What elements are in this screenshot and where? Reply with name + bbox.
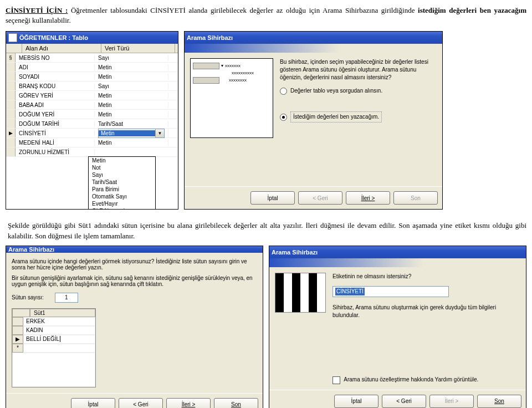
preview-value: xxxxxxxx [229, 78, 247, 83]
field-name[interactable]: GÖREV YERİ [16, 93, 95, 99]
dropdown-option[interactable]: Tarih/Saat [89, 178, 155, 186]
dropdown-option[interactable]: Evet/Hayır [89, 200, 155, 207]
field-type-active[interactable]: Metin ▼ [95, 129, 168, 138]
next-button[interactable]: İleri > [166, 398, 211, 408]
wizard-intro-text: Bu sihirbaz, içinden seçim yapabileceğin… [280, 58, 437, 81]
next-button[interactable]: İleri > [429, 395, 474, 408]
radio-icon-checked[interactable] [280, 114, 287, 121]
dropdown-option[interactable]: OLE Nesnesi [89, 207, 155, 209]
option-type-values[interactable]: İstediğim değerleri ben yazacağım. [280, 111, 437, 123]
dropdown-option[interactable]: Not [89, 164, 155, 171]
cancel-button[interactable]: İptal [334, 395, 378, 408]
cancel-button[interactable]: İptal [71, 398, 115, 408]
cancel-button[interactable]: İptal [250, 191, 295, 205]
chevron-down-icon: ▾ [221, 63, 223, 68]
wizard-label-window: Arama Sihirbazı Etiketinin ne olmasını i… [269, 246, 526, 408]
grid-cell[interactable]: KADIN [23, 326, 95, 335]
table-row[interactable]: DOĞUM TARİHİTarih/Saat [6, 119, 178, 129]
field-name[interactable]: BRANŞ KODU [16, 83, 95, 89]
wizard-title: Arama Sihirbazı [187, 34, 233, 41]
wizard-titlebar: Arama Sihirbazı [185, 32, 442, 44]
table-grid: Alan Adı Veri Türü §MEBSİS NOSayı ADIMet… [6, 44, 178, 209]
preview-value: xxxxxxx [225, 63, 241, 68]
label-input[interactable]: CİNSİYETİ [332, 286, 449, 297]
table-row[interactable]: MEDENİ HALİMetin [6, 138, 178, 147]
table-row[interactable]: ADIMetin [6, 63, 178, 72]
active-type-value: Metin [99, 130, 155, 136]
field-name[interactable]: SOYADI [16, 74, 95, 80]
field-name-active[interactable]: CİNSİYETİ [16, 130, 95, 136]
field-type[interactable]: Metin [95, 140, 168, 146]
current-row-marker-icon: ▶ [12, 335, 23, 344]
grid-cell[interactable]: ERKEK [23, 317, 95, 326]
finish-button[interactable]: Son [214, 398, 258, 408]
table-titlebar: ÖĞRETMENLER : Tablo [6, 32, 178, 44]
option-from-table[interactable]: Değerler tablo veya sorgudan alınsın. [280, 87, 437, 95]
table-row[interactable]: BABA ADIMetin [6, 100, 178, 110]
help-checkbox[interactable] [332, 376, 340, 384]
back-button[interactable]: < Geri [119, 398, 163, 408]
wizard2-text2: Bir sütunun genişliğini ayarlamak için, … [12, 275, 257, 287]
header-alan-adi[interactable]: Alan Adı [22, 44, 101, 53]
wizard-header-bar [185, 44, 442, 53]
wizard-header-bar [269, 258, 526, 267]
grid-column-header[interactable]: Süt1 [30, 309, 95, 317]
table-row[interactable]: GÖREV YERİMetin [6, 91, 178, 100]
wizard-titlebar: Arama Sihirbazı [269, 246, 526, 258]
grid-cell-editing[interactable]: BELLİ DEĞİL [23, 335, 95, 344]
dropdown-option[interactable]: Metin [89, 157, 155, 164]
field-type[interactable]: Tarih/Saat [95, 121, 168, 127]
table-row[interactable]: BRANŞ KODUSayı [6, 81, 178, 91]
field-name[interactable]: BABA ADI [16, 102, 95, 108]
table-row-active[interactable]: ▶ CİNSİYETİ Metin ▼ [6, 129, 178, 138]
wizard-title: Arama Sihirbazı [272, 249, 318, 256]
back-button[interactable]: < Geri [298, 191, 342, 205]
finish-button[interactable]: Son [393, 191, 438, 205]
para1-bold: istediğim değerleri ben yazacağım [418, 6, 526, 14]
radio-icon[interactable] [280, 88, 287, 95]
option-label: Değerler tablo veya sorgudan alınsın. [290, 87, 382, 95]
table-row[interactable]: ZORUNLU HİZMETİ [6, 147, 178, 157]
field-type[interactable]: Metin [95, 93, 168, 99]
wizard-title: Arama Sihirbazı [8, 246, 54, 253]
type-dropdown-list[interactable]: Metin Not Sayı Tarih/Saat Para Birimi Ot… [88, 156, 156, 209]
field-type[interactable]: Metin [95, 102, 168, 108]
field-type[interactable]: Sayı [95, 55, 168, 61]
option-label-selected: İstediğim değerleri ben yazacağım. [290, 111, 382, 123]
field-type[interactable]: Metin [95, 111, 168, 118]
new-row-marker-icon: * [12, 344, 23, 353]
back-button[interactable]: < Geri [382, 395, 426, 408]
para1-tail: seçeneği kullanılabilir. [6, 16, 71, 24]
field-type[interactable]: Metin [95, 74, 168, 80]
para1-rest: Öğretmenler tablosundaki CİNSİYETİ aland… [71, 6, 418, 14]
dropdown-option[interactable]: Para Birimi [89, 186, 155, 193]
dropdown-option[interactable]: Otomatik Sayı [89, 193, 155, 200]
field-name[interactable]: DOĞUM TARİHİ [16, 121, 95, 127]
values-grid[interactable]: Süt1 ERKEK KADIN ▶BELLİ DEĞİL * [12, 308, 96, 387]
field-type[interactable]: Metin [95, 64, 168, 70]
column-count-label: Sütun sayısı: [12, 294, 44, 300]
field-name[interactable]: DOĞUM YERİ [16, 111, 95, 118]
finish-button[interactable]: Son [477, 395, 521, 408]
column-count-input[interactable]: 1 [55, 293, 78, 303]
table-row[interactable]: SOYADIMetin [6, 72, 178, 81]
field-name[interactable]: ZORUNLU HİZMETİ [16, 149, 95, 155]
grid-cell-new[interactable] [23, 344, 95, 353]
wizard-column-values-window: Arama Sihirbazı Arama sütunu içinde hang… [6, 246, 263, 408]
current-row-marker-icon: ▶ [6, 129, 16, 137]
wizard2-text1: Arama sütunu içinde hangi değerleri görm… [12, 258, 257, 271]
wizard3-question: Etiketinin ne olmasını istersiniz? [332, 273, 520, 280]
next-button[interactable]: İleri > [346, 191, 390, 205]
para2-text: Şekilde görüldüğü gibi Süt1 adındaki süt… [6, 221, 526, 241]
table-icon [8, 33, 17, 42]
table-row[interactable]: §MEBSİS NOSayı [6, 53, 178, 63]
field-name[interactable]: MEDENİ HALİ [16, 140, 95, 146]
table-row[interactable]: DOĞUM YERİMetin [6, 110, 178, 119]
field-name[interactable]: ADI [16, 64, 95, 70]
wizard-titlebar: Arama Sihirbazı [6, 246, 263, 253]
type-dropdown-button[interactable]: ▼ [155, 129, 164, 137]
header-veri-turu[interactable]: Veri Türü [101, 44, 175, 53]
field-type[interactable]: Sayı [95, 83, 168, 89]
dropdown-option[interactable]: Sayı [89, 171, 155, 178]
field-name[interactable]: MEBSİS NO [16, 55, 95, 61]
